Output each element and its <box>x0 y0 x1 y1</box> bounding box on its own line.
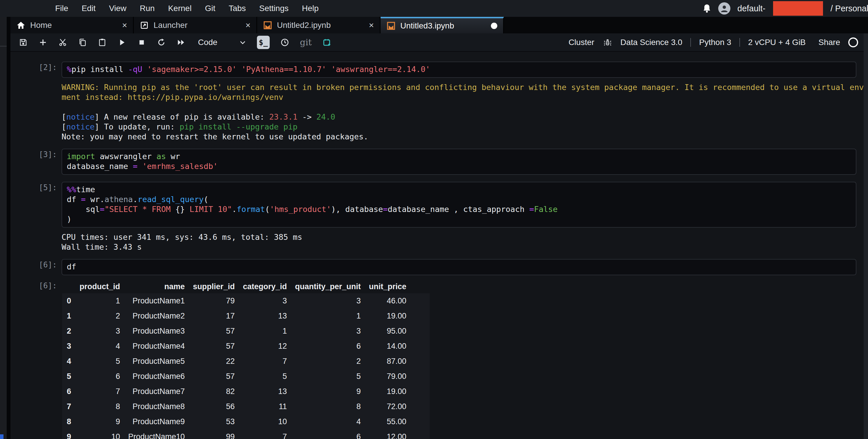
dataframe-column-header: quantity_per_unit <box>291 280 365 293</box>
cell-execution-prompt: [2]: <box>10 62 62 73</box>
tab-launcher[interactable]: Launcher × <box>134 17 257 33</box>
dataframe-cell: ProductName9 <box>124 414 189 429</box>
cell-output-row: CPU times: user 341 ms, sys: 43.6 ms, to… <box>10 232 864 252</box>
tab-untitled3-active[interactable]: Untitled3.ipynb <box>380 17 504 33</box>
menu-edit[interactable]: Edit <box>82 4 95 13</box>
code-token: ] A new release of pip is available: <box>95 113 269 121</box>
code-token: [ <box>62 122 66 131</box>
restart-kernel-icon[interactable] <box>157 38 166 47</box>
output-line: WARNING: Running pip as the 'root' user … <box>62 83 864 92</box>
code-token: = <box>133 162 137 171</box>
add-cell-icon[interactable] <box>38 38 48 47</box>
notebook-icon <box>386 21 396 30</box>
paste-icon[interactable] <box>97 38 107 47</box>
code-token <box>142 65 147 74</box>
copy-icon[interactable] <box>78 38 87 47</box>
dataframe-index-cell: 7 <box>62 399 75 414</box>
dataframe-cell: 8 <box>291 399 365 414</box>
code-token: import <box>67 152 95 161</box>
dataframe-cell: 7 <box>239 429 291 439</box>
dataframe-cell: 87.00 <box>365 354 430 369</box>
vertical-scrollbar[interactable] <box>864 33 868 439</box>
menu-view[interactable]: View <box>109 4 126 13</box>
code-cell-input[interactable]: %%timedf = wr.athena.read_sql_query( sql… <box>62 182 857 228</box>
tab-untitled2[interactable]: Untitled2.ipynb × <box>257 17 380 33</box>
code-token: 24.0 <box>316 113 335 121</box>
chevron-down-icon <box>239 39 246 46</box>
menu-kernel[interactable]: Kernel <box>168 4 192 13</box>
notebook-toolbar: Code $_ git Cluster Data Science 3.0 Pyt… <box>10 33 868 52</box>
code-cell-input[interactable]: %pip install -qU 'sagemaker>=2.15.0' 'Py… <box>62 62 857 78</box>
kernel-status-icon[interactable] <box>848 37 858 47</box>
close-icon[interactable]: × <box>369 20 374 30</box>
dataframe-column-header: name <box>124 280 189 293</box>
code-line: %pip install -qU 'sagemaker>=2.15.0' 'Py… <box>67 64 851 74</box>
menu-git[interactable]: Git <box>205 4 215 13</box>
menu-run[interactable]: Run <box>140 4 155 13</box>
menu-tabs[interactable]: Tabs <box>229 4 246 13</box>
dataframe-cell: 79.00 <box>365 369 430 384</box>
dataframe-index-cell: 5 <box>62 369 75 384</box>
cell-type-dropdown[interactable]: Code <box>198 38 246 47</box>
dataframe-cell: ProductName7 <box>124 384 189 399</box>
menu-help[interactable]: Help <box>302 4 319 13</box>
output-line: CPU times: user 341 ms, sys: 43.6 ms, to… <box>62 232 864 242</box>
terminal-icon[interactable]: $_ <box>257 36 270 49</box>
code-token: notice <box>66 122 95 131</box>
dataframe-cell: 3 <box>75 323 124 339</box>
table-row: 67ProductName78213919.00 <box>62 384 430 399</box>
cluster-button[interactable]: Cluster <box>568 38 594 47</box>
tab-label: Launcher <box>154 21 241 30</box>
left-sidebar-rail[interactable] <box>0 17 7 439</box>
bug-icon[interactable] <box>603 38 612 47</box>
kernel-env-label[interactable]: Data Science 3.0 <box>620 38 682 47</box>
unsaved-changes-icon[interactable] <box>491 23 497 29</box>
dataframe-cell: ProductName4 <box>124 339 189 354</box>
close-icon[interactable]: × <box>245 20 251 30</box>
dataframe-cell: 82 <box>189 384 239 399</box>
dataframe-index-cell: 1 <box>62 308 75 323</box>
run-icon[interactable] <box>117 38 127 47</box>
menu-settings[interactable]: Settings <box>259 4 288 13</box>
code-token: wr <box>166 152 180 161</box>
schedule-job-icon[interactable] <box>322 38 332 47</box>
topbar-right: default- / Personal Stud <box>703 0 868 17</box>
instance-type-label[interactable]: 2 vCPU + 4 GiB <box>748 38 806 47</box>
clock-icon[interactable] <box>280 38 289 47</box>
dataframe-index-cell: 9 <box>62 429 75 439</box>
save-icon[interactable] <box>19 38 28 47</box>
code-token: LIMIT 10" <box>185 205 232 214</box>
code-token: sql <box>67 205 100 214</box>
cell-output-row: WARNING: Running pip as the 'root' user … <box>10 83 864 142</box>
dataframe-cell: 5 <box>75 354 124 369</box>
dataframe-index-cell: 4 <box>62 354 75 369</box>
code-token: read_sql_query <box>137 195 204 204</box>
notebook-cells: [2]:%pip install -qU 'sagemaker>=2.15.0'… <box>10 52 864 439</box>
cut-icon[interactable] <box>58 38 67 47</box>
share-button[interactable]: Share <box>818 38 840 47</box>
bell-icon[interactable] <box>703 3 711 13</box>
tab-label: Home <box>30 21 117 30</box>
code-cell-input[interactable]: import awswrangler as wrdatabase_name = … <box>62 149 857 175</box>
code-token: awswrangler <box>95 152 156 161</box>
cell-execution-prompt: [3]: <box>10 149 62 160</box>
tab-home[interactable]: Home × <box>10 17 134 33</box>
menu-file[interactable]: File <box>55 4 68 13</box>
code-token: ( <box>265 205 270 214</box>
dataframe-cell: 1 <box>291 308 365 323</box>
close-icon[interactable]: × <box>122 20 127 30</box>
output-line: Note: you may need to restart the kernel… <box>62 132 864 142</box>
code-token: time <box>76 185 95 194</box>
git-icon[interactable]: git <box>300 37 312 47</box>
dataframe-cell: ProductName6 <box>124 369 189 384</box>
user-avatar-icon[interactable] <box>718 2 731 14</box>
kernel-name-label[interactable]: Python 3 <box>699 38 731 47</box>
top-menu-bar: File Edit View Run Kernel Git Tabs Setti… <box>0 0 868 17</box>
dataframe-cell: 56 <box>189 399 239 414</box>
dataframe-cell: 3 <box>291 323 365 339</box>
run-all-icon[interactable] <box>177 38 186 47</box>
code-token: format <box>237 205 265 214</box>
code-cell-input[interactable]: df <box>62 259 857 275</box>
stop-icon[interactable] <box>137 38 146 47</box>
code-token: -> <box>298 113 316 121</box>
